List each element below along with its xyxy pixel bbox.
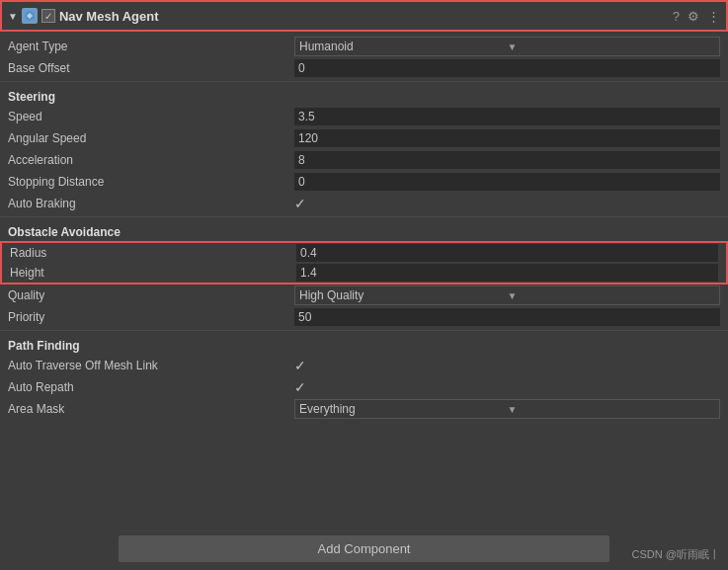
radius-input[interactable] xyxy=(296,244,718,262)
agent-type-dropdown[interactable]: Humanoid ▼ xyxy=(294,37,720,56)
angular-speed-row: Angular Speed xyxy=(0,127,728,149)
watermark: CSDN @听雨眠丨 xyxy=(632,547,720,562)
quality-label: Quality xyxy=(8,288,294,302)
base-offset-value xyxy=(294,59,720,77)
speed-value xyxy=(294,108,720,125)
quality-value: High Quality ▼ xyxy=(294,285,720,305)
area-mask-dropdown[interactable]: Everything ▼ xyxy=(294,399,720,419)
area-mask-label: Area Mask xyxy=(8,402,294,416)
height-input[interactable] xyxy=(296,264,718,282)
auto-traverse-row: Auto Traverse Off Mesh Link ✓ xyxy=(0,355,728,376)
quality-dropdown[interactable]: High Quality ▼ xyxy=(294,285,720,305)
priority-label: Priority xyxy=(8,310,294,324)
stopping-distance-label: Stopping Distance xyxy=(8,175,294,189)
base-offset-row: Base Offset xyxy=(0,57,728,79)
agent-type-dropdown-arrow: ▼ xyxy=(508,41,716,52)
header-right: ? ⚙ ⋮ xyxy=(673,9,720,24)
angular-speed-input[interactable] xyxy=(294,129,720,147)
auto-traverse-value: ✓ xyxy=(294,358,720,373)
auto-repath-checkbox[interactable]: ✓ xyxy=(294,379,306,395)
priority-row: Priority xyxy=(0,306,728,328)
acceleration-label: Acceleration xyxy=(8,153,294,167)
divider-1 xyxy=(0,81,728,82)
quality-dropdown-arrow: ▼ xyxy=(508,290,716,301)
add-component-section: Add Component xyxy=(0,528,728,570)
divider-2 xyxy=(0,216,728,217)
agent-type-row: Agent Type Humanoid ▼ xyxy=(0,36,728,57)
header-left: ▼ ✓ Nav Mesh Agent xyxy=(8,8,669,24)
path-finding-header: Path Finding xyxy=(0,333,728,355)
agent-type-label: Agent Type xyxy=(8,40,294,53)
component-title: Nav Mesh Agent xyxy=(59,9,159,24)
auto-braking-checkbox[interactable]: ✓ xyxy=(294,196,306,211)
auto-repath-label: Auto Repath xyxy=(8,380,294,394)
height-value xyxy=(296,264,718,282)
help-icon[interactable]: ? xyxy=(673,9,680,24)
acceleration-row: Acceleration xyxy=(0,149,728,171)
area-mask-value: Everything ▼ xyxy=(294,399,720,419)
speed-label: Speed xyxy=(8,110,294,123)
collapse-arrow-icon[interactable]: ▼ xyxy=(8,11,18,22)
auto-braking-row: Auto Braking ✓ xyxy=(0,193,728,214)
add-component-button[interactable]: Add Component xyxy=(119,535,609,562)
auto-repath-row: Auto Repath ✓ xyxy=(0,376,728,398)
auto-braking-value: ✓ xyxy=(294,196,720,211)
speed-row: Speed xyxy=(0,106,728,127)
area-mask-row: Area Mask Everything ▼ xyxy=(0,398,728,420)
steering-header: Steering xyxy=(0,84,728,106)
divider-3 xyxy=(0,330,728,331)
settings-icon[interactable]: ⚙ xyxy=(688,9,699,24)
height-label: Height xyxy=(10,266,296,280)
priority-input[interactable] xyxy=(294,308,720,326)
height-row: Height xyxy=(0,263,728,285)
component-header: ▼ ✓ Nav Mesh Agent ? ⚙ ⋮ xyxy=(0,0,728,32)
stopping-distance-value xyxy=(294,173,720,191)
angular-speed-label: Angular Speed xyxy=(8,131,294,145)
nav-mesh-agent-icon xyxy=(22,8,38,24)
acceleration-value xyxy=(294,151,720,169)
acceleration-input[interactable] xyxy=(294,151,720,169)
auto-traverse-label: Auto Traverse Off Mesh Link xyxy=(8,359,294,372)
base-offset-label: Base Offset xyxy=(8,61,294,75)
agent-type-value: Humanoid ▼ xyxy=(294,37,720,56)
angular-speed-value xyxy=(294,129,720,147)
auto-traverse-checkbox[interactable]: ✓ xyxy=(294,358,306,373)
menu-icon[interactable]: ⋮ xyxy=(707,9,720,24)
area-mask-dropdown-arrow: ▼ xyxy=(508,404,716,415)
auto-repath-value: ✓ xyxy=(294,379,720,395)
radius-row: Radius xyxy=(0,241,728,263)
stopping-distance-input[interactable] xyxy=(294,173,720,191)
auto-braking-label: Auto Braking xyxy=(8,197,294,210)
radius-label: Radius xyxy=(10,246,296,260)
radius-value xyxy=(296,244,718,262)
base-offset-input[interactable] xyxy=(294,59,720,77)
stopping-distance-row: Stopping Distance xyxy=(0,171,728,193)
inspector-panel: ▼ ✓ Nav Mesh Agent ? ⚙ ⋮ Agent Type Huma… xyxy=(0,0,728,570)
quality-row: Quality High Quality ▼ xyxy=(0,285,728,306)
obstacle-avoidance-header: Obstacle Avoidance xyxy=(0,219,728,241)
priority-value xyxy=(294,308,720,326)
component-enabled-checkbox[interactable]: ✓ xyxy=(41,9,55,23)
speed-input[interactable] xyxy=(294,108,720,125)
content-area: Agent Type Humanoid ▼ Base Offset Steeri… xyxy=(0,32,728,528)
